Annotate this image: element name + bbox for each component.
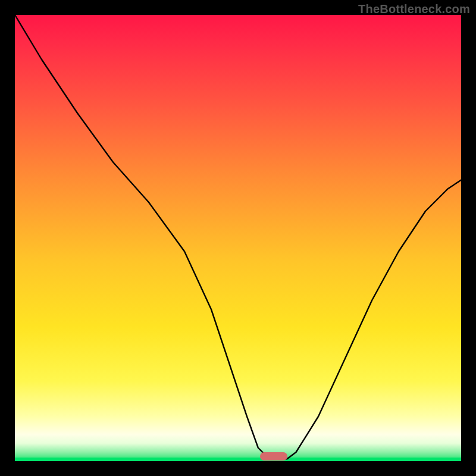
bottleneck-curve — [15, 15, 461, 459]
curve-svg — [15, 15, 461, 461]
plot-area — [15, 15, 461, 461]
chart-frame: TheBottleneck.com — [0, 0, 476, 476]
watermark-text: TheBottleneck.com — [358, 2, 470, 16]
optimal-marker — [260, 452, 287, 461]
